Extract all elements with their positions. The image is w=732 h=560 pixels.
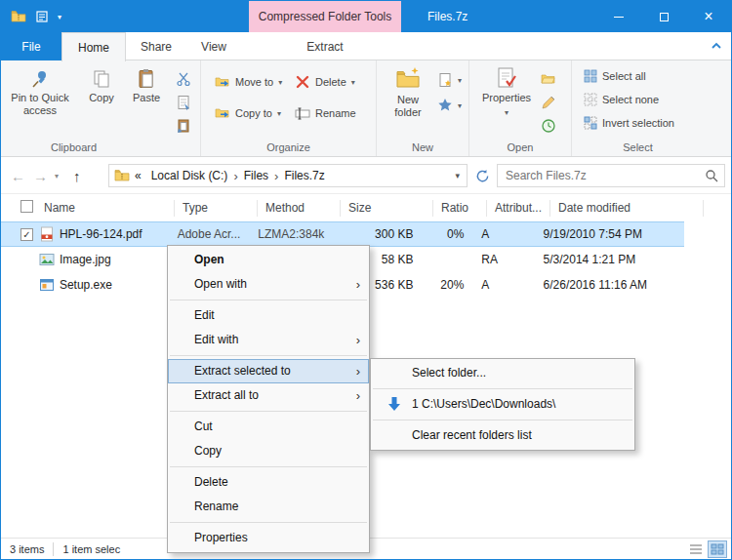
menu-separator [170,466,367,467]
details-view-button[interactable] [686,540,706,558]
minimize-ribbon-button[interactable] [710,39,723,53]
submenu-item-clear-recent[interactable]: Clear recent folders list [371,423,634,448]
column-header-date-modified[interactable]: Date modified [550,200,704,217]
submenu-item-recent-folder[interactable]: 1 C:\Users\Dec\Downloads\ [371,392,634,417]
table-row-selected[interactable]: ✓ HPL-96-124.pdf Adobe Acr... LZMA2:384k… [1,221,684,247]
address-history-dropdown-icon[interactable]: ▾ [455,171,460,180]
item-count: 3 items [10,543,44,555]
tab-home[interactable]: Home [61,32,126,61]
file-attributes-cell: RA [473,253,535,266]
new-item-button[interactable]: ▾ [437,72,462,88]
qat-dropdown-icon[interactable]: ▾ [58,13,61,21]
move-to-button[interactable]: Move to▾ [215,74,282,90]
file-name-cell[interactable]: Image.jpg [35,252,170,267]
group-label-organize: Organize [201,141,376,153]
ribbon-group-open: Properties ▾ Open [469,60,572,156]
select-none-button[interactable]: Select none [584,93,659,106]
properties-label: Properties [482,92,531,104]
ribbon-group-select: Select all Select none Invert selection … [572,60,732,156]
tab-file[interactable]: File [1,32,61,60]
menu-item-edit[interactable]: Edit [168,303,369,328]
app-archive-icon[interactable] [11,9,26,24]
select-all-checkbox[interactable] [20,200,33,213]
menu-item-cut[interactable]: Cut [168,415,369,439]
search-input[interactable] [498,165,699,186]
pin-to-quick-access-button[interactable]: Pin to Quickaccess [3,68,77,117]
open-file-button[interactable] [538,68,559,90]
submenu-item-select-folder[interactable]: Select folder... [371,361,634,385]
minimize-button[interactable] [596,1,641,32]
file-name-cell[interactable]: Setup.exe [35,277,170,293]
new-folder-label-line2: folder [394,106,422,119]
select-all-button[interactable]: Select all [584,69,646,83]
column-header-attributes[interactable]: Attribut... [487,200,550,217]
edit-file-button[interactable] [538,92,559,113]
menu-item-copy[interactable]: Copy [168,439,369,463]
thumbnails-view-button[interactable] [708,540,727,558]
copy-label: Copy [89,92,114,104]
menu-item-rename[interactable]: Rename [168,495,369,519]
history-button[interactable] [538,115,559,137]
history-clock-icon [541,118,556,134]
menu-item-properties[interactable]: Properties [168,526,369,550]
menu-separator [170,355,367,356]
menu-item-extract-all-to[interactable]: Extract all to› [168,383,369,408]
ribbon-group-clipboard: Pin to Quickaccess Copy Paste Clipboard [1,60,201,156]
search-icon[interactable] [705,169,718,185]
column-header-name[interactable]: Name [36,200,175,217]
file-attributes-cell: A [473,227,535,241]
tab-extract[interactable]: Extract [293,32,357,60]
menu-item-delete[interactable]: Delete [168,470,369,495]
copy-path-button[interactable] [173,92,194,113]
tab-share[interactable]: Share [126,32,186,60]
copy-button[interactable]: Copy [81,68,122,104]
copy-to-button[interactable]: Copy to▾ [215,105,281,121]
submenu-arrow-icon: › [356,359,360,383]
select-all-label: Select all [602,70,646,82]
menu-item-open[interactable]: Open [168,248,369,272]
back-button[interactable]: ← [11,158,25,193]
column-header-type[interactable]: Type [175,200,258,217]
breadcrumb-item-files7z[interactable]: Files.7z [279,165,329,186]
row-checkbox-checked[interactable]: ✓ [20,228,33,241]
menu-separator [373,420,632,420]
ribbon-tab-row: File Home Share View Extract [1,32,731,60]
column-header-method[interactable]: Method [258,200,341,217]
move-to-label: Move to [235,76,273,88]
menu-item-extract-selected-to[interactable]: Extract selected to› [168,359,369,383]
status-divider [53,542,54,556]
refresh-button[interactable] [475,158,490,193]
minimize-icon [614,17,624,18]
paste-shortcut-button[interactable] [173,115,194,137]
maximize-button[interactable] [641,1,686,32]
breadcrumb-item-local-disk[interactable]: Local Disk (C:) [146,165,233,186]
file-name-cell[interactable]: HPL-96-124.pdf [35,226,170,242]
rename-icon [295,105,310,121]
easy-access-button[interactable]: ▾ [437,98,462,113]
chevron-down-icon: ▾ [278,78,282,87]
qat-properties-button[interactable] [35,10,49,23]
new-folder-button[interactable]: Newfolder [383,66,433,119]
breadcrumb-overflow-chevron[interactable]: « [130,165,146,186]
chevron-down-icon: ▾ [277,109,281,118]
up-button[interactable]: ↑ [73,158,81,193]
recent-locations-icon[interactable]: ▾ [55,158,59,193]
cut-button[interactable] [173,68,194,90]
breadcrumb[interactable]: « Local Disk (C:) › Files › Files.7z ▾ [108,164,468,187]
invert-selection-button[interactable]: Invert selection [584,116,674,130]
tab-view[interactable]: View [186,32,241,60]
address-bar-row: ← → ▾ ↑ « Local Disk (C:) › Files › File… [1,158,731,194]
forward-button[interactable]: → [33,158,48,193]
properties-button[interactable]: Properties ▾ [479,66,534,119]
close-button[interactable]: × [686,1,731,32]
rename-button[interactable]: Rename [295,105,356,121]
menu-item-edit-with[interactable]: Edit with› [168,328,369,352]
column-header-size[interactable]: Size [341,200,433,217]
breadcrumb-item-files[interactable]: Files [239,165,273,186]
paste-button[interactable]: Paste [124,68,169,104]
delete-button[interactable]: Delete▾ [295,74,355,90]
menu-item-open-with[interactable]: Open with› [168,272,369,297]
select-none-icon [584,93,597,106]
column-header-ratio[interactable]: Ratio [433,200,487,217]
file-ratio-cell: 20% [421,278,473,292]
